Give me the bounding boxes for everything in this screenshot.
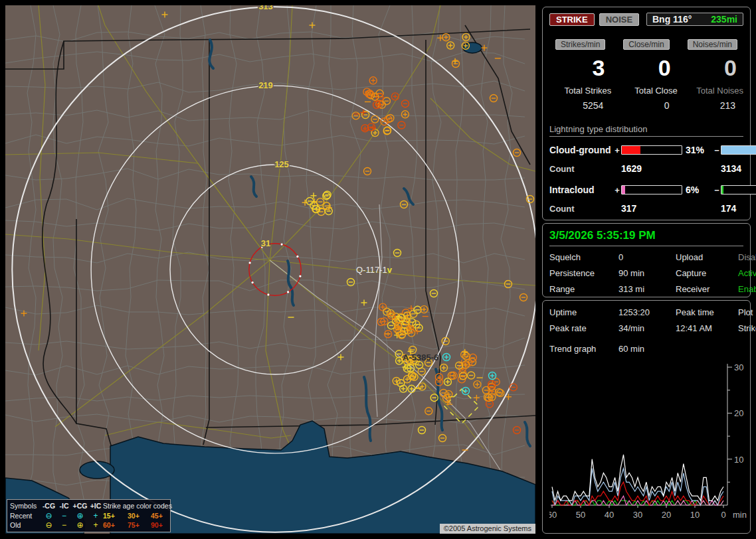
- minus-icon: −: [56, 511, 72, 521]
- distribution-title: Lightning type distribution: [549, 124, 743, 137]
- x-tick-label: 60: [549, 510, 557, 520]
- x-tick-label: 10: [690, 510, 700, 520]
- strike-button[interactable]: STRIKE: [549, 13, 595, 26]
- receiver-status: Enabled: [738, 284, 756, 294]
- strikes-per-min-column: Strikes/min 3 Total Strikes 5254: [549, 39, 611, 111]
- ring-dot: [252, 281, 254, 283]
- persistence-label: Persistence: [549, 268, 618, 278]
- ring-label-313: 313: [258, 5, 273, 11]
- total-strikes-value: 5254: [583, 100, 603, 111]
- ic-pos-pct: 6%: [682, 185, 713, 195]
- receiver-label: Receiver: [676, 284, 738, 294]
- trend-graph-window: 60 min: [618, 344, 743, 354]
- circle-minus-icon: ⊖: [41, 511, 56, 521]
- ring-dot: [267, 293, 269, 295]
- ic-pos-bar: [621, 185, 682, 194]
- minus-sign: −: [713, 145, 721, 155]
- persistence-value: 90 min: [618, 268, 676, 278]
- cloud-ground-row: Cloud-ground + 31% − 60%: [549, 145, 743, 155]
- ring-dot: [296, 256, 298, 258]
- y-tick-label: 20: [734, 408, 743, 418]
- legend-age-75: 75+: [128, 520, 151, 530]
- legend-col-neg-cg: -CG: [41, 501, 56, 511]
- cg-pos-pct: 31%: [682, 145, 713, 155]
- squelch-label: Squelch: [549, 252, 618, 262]
- lightning-map[interactable]: 31321912531Q-117-1vA-5385-6 Symbols -CG …: [5, 5, 535, 534]
- info-row: Peak rate 34/min 12:41 AM Strike: [549, 323, 743, 333]
- trend-graph-row: Trend graph 60 min: [549, 344, 743, 354]
- ring-dot: [287, 291, 289, 293]
- plot-mode-value: Strike: [738, 323, 756, 333]
- legend-col-neg-ic: -IC: [56, 501, 72, 511]
- panel-trend-section: Uptime 1253:20 Peak time Plot Peak rate …: [542, 300, 751, 534]
- circle-plus-icon: ⊕: [72, 520, 88, 530]
- total-noises-label: Total Noises: [696, 86, 743, 96]
- legend-age-90: 90+: [151, 520, 174, 530]
- intracloud-count-row: Count 317 174: [549, 203, 743, 214]
- info-row: Uptime 1253:20 Peak time Plot: [549, 307, 743, 317]
- bearing-distance: 235mi: [711, 14, 737, 25]
- total-close-value: 0: [664, 100, 670, 111]
- cloud-ground-label: Cloud-ground: [549, 145, 613, 155]
- status-row: Squelch 0 Upload Disabled: [549, 252, 743, 262]
- legend-age-30: 30+: [128, 511, 151, 521]
- count-label: Count: [549, 204, 613, 214]
- total-noises-value: 213: [720, 100, 735, 111]
- bearing-display: Bng 116° 235mi: [646, 13, 743, 26]
- minus-sign: −: [713, 185, 721, 195]
- plus-icon: +: [88, 511, 103, 521]
- peak-time-value: 12:41 AM: [676, 323, 738, 333]
- upload-label: Upload: [676, 252, 738, 262]
- copyright-text: ©2005 Astrogenic Systems: [440, 524, 535, 534]
- ring-dot: [249, 262, 251, 264]
- strikes-per-min-value: 3: [592, 54, 605, 82]
- cg-neg-count: 3134: [721, 163, 756, 174]
- ring-label-219: 219: [258, 80, 273, 90]
- legend-age-45: 45+: [151, 511, 174, 521]
- peak-rate-label: Peak rate: [549, 323, 618, 333]
- minus-icon: −: [56, 520, 72, 530]
- peak-rate-value: 34/min: [618, 323, 676, 333]
- trend-graph-chart: 1020306050403020100min: [549, 356, 749, 524]
- ring-dot: [299, 275, 301, 277]
- capture-status: Active: [738, 268, 756, 278]
- datetime-display: 3/5/2026 5:35:19 PM: [549, 229, 743, 246]
- storm-cell-label: A-5385-6: [403, 352, 438, 362]
- legend-row-old-label: Old: [10, 520, 41, 530]
- panel-status-section: 3/5/2026 5:35:19 PM Squelch 0 Upload Dis…: [542, 223, 751, 297]
- cg-pos-bar: [621, 145, 682, 155]
- x-tick-label: 20: [662, 510, 671, 520]
- plus-sign: +: [613, 185, 621, 195]
- circle-minus-icon: ⊖: [41, 520, 56, 530]
- strikes-per-min-badge[interactable]: Strikes/min: [555, 39, 605, 50]
- uptime-value: 1253:20: [618, 307, 676, 317]
- ic-pos-count: 317: [621, 203, 682, 214]
- x-tick-label: 50: [576, 510, 585, 520]
- map-canvas: 31321912531Q-117-1vA-5385-6: [5, 5, 535, 534]
- trend-series-cg-pos: [552, 482, 723, 505]
- close-per-min-column: Close/min 0 Total Close 0: [615, 39, 677, 111]
- total-close-label: Total Close: [634, 86, 677, 96]
- cg-neg-bar: [721, 145, 756, 155]
- x-tick-label: 0: [721, 510, 725, 520]
- ring-label-125: 125: [274, 159, 289, 169]
- trend-series-total: [552, 455, 723, 501]
- noise-button[interactable]: NOISE: [599, 13, 639, 26]
- peak-time-label: Peak time: [676, 307, 738, 317]
- ring-dot: [281, 244, 283, 246]
- ring-label-31: 31: [261, 238, 270, 248]
- count-label: Count: [549, 164, 613, 174]
- legend-col-pos-cg: +CG: [72, 501, 88, 511]
- circle-plus-icon: ⊕: [72, 511, 88, 521]
- close-per-min-badge[interactable]: Close/min: [623, 39, 669, 50]
- legend-age-60: 60+: [103, 520, 128, 530]
- bearing-value: Bng 116°: [652, 14, 692, 25]
- upload-status: Disabled: [738, 252, 756, 262]
- ic-neg-bar: [721, 185, 756, 194]
- uptime-label: Uptime: [549, 307, 618, 317]
- close-per-min-value: 0: [658, 54, 671, 82]
- trend-graph-label: Trend graph: [549, 344, 618, 354]
- plus-sign: +: [613, 145, 621, 155]
- noises-per-min-badge[interactable]: Noises/min: [688, 39, 737, 50]
- panel-stats-section: STRIKE NOISE Bng 116° 235mi Strikes/min …: [542, 7, 751, 220]
